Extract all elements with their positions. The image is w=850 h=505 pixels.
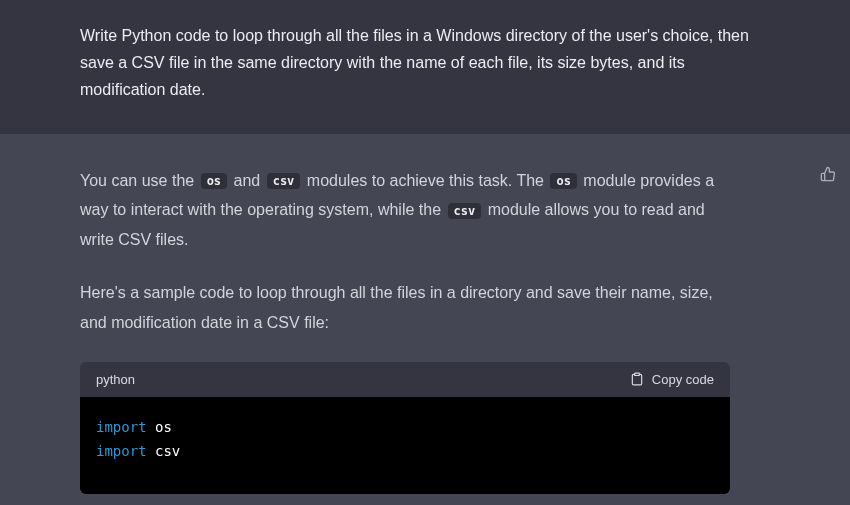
- code-keyword: import: [96, 443, 147, 459]
- assistant-paragraph-2: Here's a sample code to loop through all…: [80, 278, 730, 337]
- copy-code-button[interactable]: Copy code: [630, 372, 714, 387]
- clipboard-icon: [630, 372, 644, 386]
- copy-code-label: Copy code: [652, 372, 714, 387]
- inline-code-csv: csv: [448, 203, 482, 219]
- user-message: Write Python code to loop through all th…: [0, 0, 850, 134]
- user-prompt-text: Write Python code to loop through all th…: [80, 22, 770, 104]
- code-language-label: python: [96, 372, 135, 387]
- svg-rect-0: [635, 373, 640, 375]
- code-line: import csv: [96, 439, 714, 464]
- text-segment: and: [229, 172, 265, 189]
- inline-code-os: os: [550, 173, 576, 189]
- text-segment: You can use the: [80, 172, 199, 189]
- assistant-paragraph-1: You can use the os and csv modules to ac…: [80, 166, 730, 255]
- code-line: import os: [96, 415, 714, 440]
- inline-code-os: os: [201, 173, 227, 189]
- code-module: os: [155, 419, 172, 435]
- code-block: python Copy code import os import csv: [80, 362, 730, 494]
- code-module: csv: [155, 443, 180, 459]
- inline-code-csv: csv: [267, 173, 301, 189]
- code-header: python Copy code: [80, 362, 730, 397]
- code-body: import os import csv: [80, 397, 730, 494]
- assistant-message: You can use the os and csv modules to ac…: [0, 134, 850, 505]
- code-keyword: import: [96, 419, 147, 435]
- text-segment: modules to achieve this task. The: [302, 172, 548, 189]
- thumbs-up-icon[interactable]: [820, 166, 836, 182]
- assistant-content: You can use the os and csv modules to ac…: [80, 166, 770, 494]
